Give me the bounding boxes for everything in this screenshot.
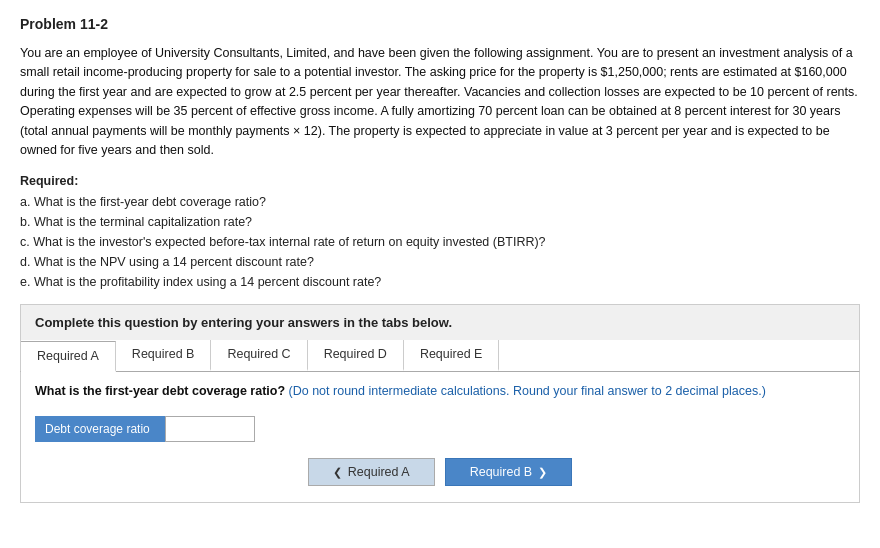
chevron-left-icon: [333, 465, 342, 479]
tab-required-e[interactable]: Required E: [404, 340, 500, 371]
problem-text: You are an employee of University Consul…: [20, 44, 860, 160]
required-item-e: e. What is the profitability index using…: [20, 272, 860, 292]
next-button-label: Required B: [470, 465, 533, 479]
prev-button-label: Required A: [348, 465, 410, 479]
question-area: What is the first-year debt coverage rat…: [20, 372, 860, 502]
tab-required-a[interactable]: Required A: [21, 341, 116, 372]
required-label: Required:: [20, 174, 860, 188]
complete-box: Complete this question by entering your …: [20, 304, 860, 340]
question-bold: What is the first-year debt coverage rat…: [35, 384, 285, 398]
required-item-d: d. What is the NPV using a 14 percent di…: [20, 252, 860, 272]
required-item-b: b. What is the terminal capitalization r…: [20, 212, 860, 232]
prev-button[interactable]: Required A: [308, 458, 435, 486]
question-note: (Do not round intermediate calculations.…: [289, 384, 766, 398]
next-button[interactable]: Required B: [445, 458, 573, 486]
answer-row: Debt coverage ratio: [35, 416, 845, 442]
problem-title: Problem 11-2: [20, 16, 860, 32]
debt-coverage-input[interactable]: [165, 416, 255, 442]
answer-label: Debt coverage ratio: [35, 416, 165, 442]
nav-buttons: Required A Required B: [35, 458, 845, 486]
tabs-row: Required A Required B Required C Require…: [20, 340, 860, 372]
required-item-a: a. What is the first-year debt coverage …: [20, 192, 860, 212]
required-list: a. What is the first-year debt coverage …: [20, 192, 860, 292]
tab-required-c[interactable]: Required C: [211, 340, 307, 371]
chevron-right-icon: [538, 465, 547, 479]
required-item-c: c. What is the investor's expected befor…: [20, 232, 860, 252]
tab-required-d[interactable]: Required D: [308, 340, 404, 371]
question-text: What is the first-year debt coverage rat…: [35, 382, 845, 401]
tab-required-b[interactable]: Required B: [116, 340, 212, 371]
